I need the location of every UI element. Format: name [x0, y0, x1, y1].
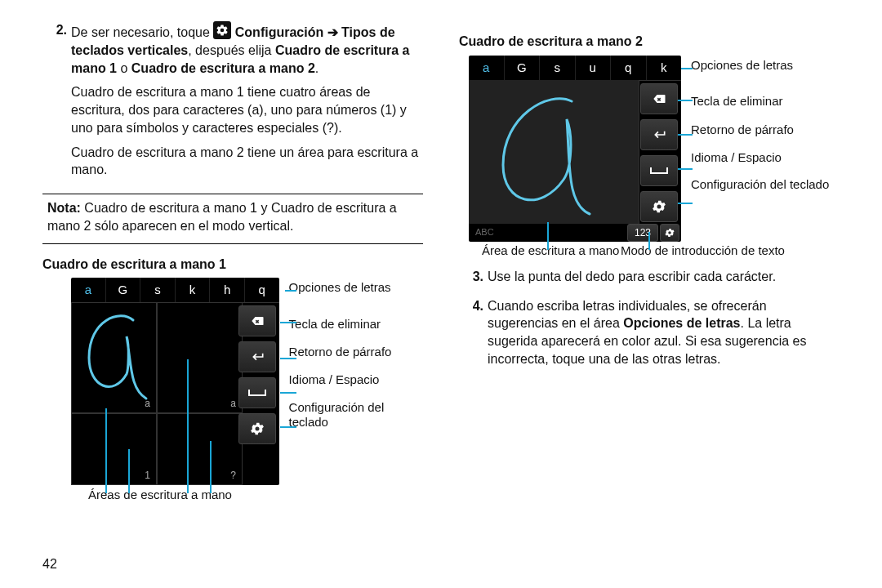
- letter-option[interactable]: k: [647, 56, 682, 80]
- letter-option[interactable]: a: [469, 56, 505, 80]
- annotation: Idioma / Espacio: [691, 149, 829, 166]
- step-body: Cuando escriba letras individuales, se o…: [488, 297, 840, 375]
- annotation: Opciones de letras: [691, 57, 829, 74]
- left-column: 2. De ser necesario, toque Configuración…: [42, 21, 441, 572]
- letter-options-row: a G s u q k: [469, 56, 681, 81]
- area-label: a: [230, 397, 236, 410]
- step-body: De ser necesario, toque Configuración ➔ …: [71, 21, 423, 185]
- return-key[interactable]: [640, 119, 678, 150]
- right-column: Cuadro de escritura a mano 2 a G s u q k: [441, 21, 840, 572]
- keyboard-settings-key[interactable]: [238, 413, 276, 444]
- text: , después elija: [188, 43, 275, 57]
- figure2-wrap: a G s u q k ABC: [469, 56, 840, 242]
- page-number: 42: [42, 555, 57, 573]
- subheading: Cuadro de escritura a mano 2: [459, 33, 840, 51]
- handwriting-stroke: [78, 307, 153, 405]
- letter-option[interactable]: q: [611, 56, 647, 80]
- annotation-column: Opciones de letras Tecla de eliminar Ret…: [289, 278, 423, 485]
- step-2: 2. De ser necesario, toque Configuración…: [42, 21, 423, 185]
- annotation: Retorno de párrafo: [289, 344, 423, 360]
- letter-option[interactable]: s: [140, 278, 176, 302]
- annotation: Opciones de letras: [289, 279, 423, 296]
- text-bold: Opciones de letras: [623, 316, 740, 330]
- annotation: Configuración del teclado: [289, 400, 423, 430]
- settings-small-key[interactable]: [660, 224, 679, 242]
- delete-key[interactable]: [640, 83, 678, 114]
- letter-options-row: a G s k h q: [71, 278, 279, 303]
- annotation: Modo de introducción de texto: [621, 243, 840, 258]
- return-key[interactable]: [238, 341, 276, 372]
- divider: [42, 194, 423, 194]
- letter-option[interactable]: q: [245, 278, 279, 302]
- subheading: Cuadro de escritura a mano 1: [42, 256, 423, 274]
- area-label: 1: [145, 469, 150, 482]
- annotation-below: Áreas de escritura a mano: [88, 487, 423, 503]
- space-key[interactable]: [238, 377, 276, 408]
- input-mode-key[interactable]: 123: [627, 224, 658, 242]
- delete-key[interactable]: [238, 305, 276, 336]
- letter-option[interactable]: u: [576, 56, 612, 80]
- handwriting-stroke: [492, 90, 598, 220]
- step-number: 4.: [459, 297, 488, 375]
- key-column: [238, 305, 276, 444]
- annotation: Retorno de párrafo: [691, 122, 829, 138]
- letter-option[interactable]: s: [540, 56, 576, 80]
- annotation: Idioma / Espacio: [289, 372, 423, 388]
- divider: [42, 243, 423, 244]
- step-number: 3.: [459, 268, 488, 292]
- note: Nota: Cuadro de escritura a mano 1 y Cua…: [42, 199, 423, 235]
- annotation: Configuración del teclado: [691, 177, 829, 192]
- writing-area[interactable]: a: [157, 302, 243, 413]
- letter-option[interactable]: k: [176, 278, 211, 302]
- paragraph: Cuadro de escritura a mano 2 tiene un ár…: [71, 144, 423, 180]
- annotation-column: Opciones de letras Tecla de eliminar Ret…: [691, 56, 829, 242]
- letter-option[interactable]: a: [71, 278, 106, 302]
- settings-icon: [213, 21, 231, 39]
- writing-area[interactable]: 1: [71, 413, 157, 485]
- keyboard-settings-key[interactable]: [640, 191, 678, 222]
- annotation: Área de escritura a mano: [459, 243, 621, 258]
- writing-area[interactable]: ?: [157, 413, 243, 485]
- letter-option[interactable]: G: [106, 278, 141, 302]
- note-label: Nota:: [47, 201, 81, 215]
- handwriting-box-1: a G s k h q a a 1 ?: [71, 278, 279, 485]
- paragraph: Use la punta del dedo para escribir cada…: [488, 268, 840, 286]
- text: .: [315, 61, 318, 75]
- text: o: [117, 61, 131, 75]
- area-label: ?: [230, 469, 236, 482]
- step-number: 2.: [42, 21, 71, 185]
- step-3: 3. Use la punta del dedo para escribir c…: [459, 268, 840, 292]
- text-bold: Cuadro de escritura a mano 2: [131, 61, 315, 75]
- letter-option[interactable]: G: [505, 56, 541, 80]
- annotation: Tecla de eliminar: [289, 316, 423, 332]
- letter-option[interactable]: h: [210, 278, 245, 302]
- note-text: Cuadro de escritura a mano 1 y Cuadro de…: [47, 201, 397, 233]
- key-column: [640, 83, 678, 222]
- space-key[interactable]: [640, 155, 678, 186]
- step-body: Use la punta del dedo para escribir cada…: [488, 268, 840, 292]
- figure1-wrap: a G s k h q a a 1 ?: [71, 278, 423, 485]
- paragraph: Cuadro de escritura a mano 1 tiene cuatr…: [71, 83, 423, 136]
- text: De ser necesario, toque: [71, 25, 213, 39]
- step-4: 4. Cuando escriba letras individuales, s…: [459, 297, 840, 375]
- handwriting-box-2: a G s u q k ABC: [469, 56, 681, 242]
- annotation: Tecla de eliminar: [691, 93, 829, 109]
